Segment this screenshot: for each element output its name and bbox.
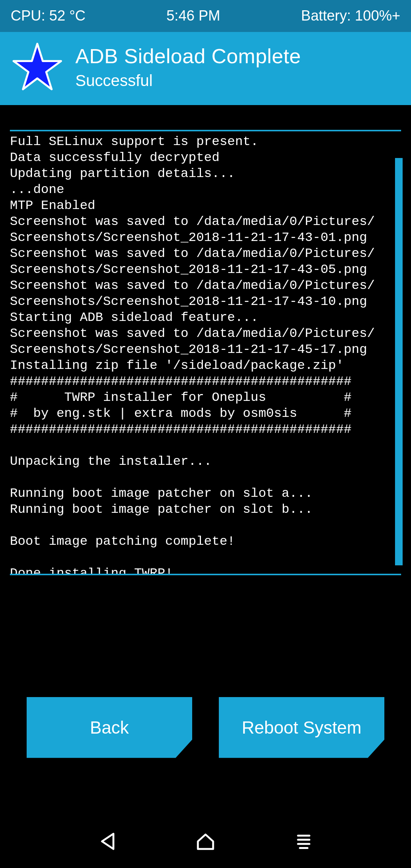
nav-home-icon[interactable] <box>192 828 219 855</box>
page-subtitle: Successful <box>75 72 301 90</box>
status-battery: Battery: 100%+ <box>301 8 400 24</box>
spacer <box>0 105 411 130</box>
status-time: 5:46 PM <box>86 8 301 24</box>
star-icon <box>11 40 64 94</box>
header-bar: ADB Sideload Complete Successful <box>0 32 411 105</box>
svg-marker-0 <box>14 44 61 89</box>
back-button[interactable]: Back <box>27 697 192 758</box>
navigation-bar <box>0 815 411 868</box>
status-bar: CPU: 52 °C 5:46 PM Battery: 100%+ <box>0 0 411 32</box>
nav-recent-icon[interactable] <box>290 828 317 855</box>
button-row: Back Reboot System <box>0 697 411 758</box>
nav-back-icon[interactable] <box>94 828 121 855</box>
scrollbar[interactable] <box>395 158 403 565</box>
status-cpu: CPU: 52 °C <box>11 8 86 24</box>
reboot-button[interactable]: Reboot System <box>219 697 384 758</box>
console-output: Full SELinux support is present. Data su… <box>10 131 401 574</box>
page-title: ADB Sideload Complete <box>75 44 301 68</box>
console-frame: Full SELinux support is present. Data su… <box>10 130 401 575</box>
